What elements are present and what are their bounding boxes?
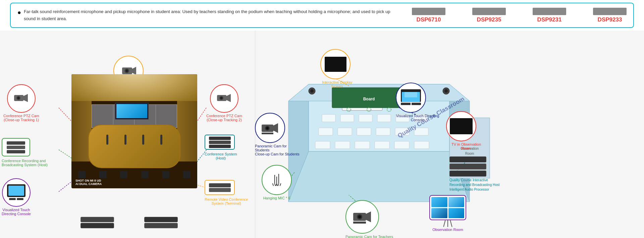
svg-marker-8: [132, 67, 136, 75]
label-visualized-touch-right: Visualized Touch Directing Console: [396, 114, 439, 122]
conference-room-photo: SHOT ON MI 8 UDAI DUAL CAMERA: [71, 74, 197, 188]
product-name-dsp6710: DSP6710: [417, 16, 441, 23]
device-conf-recording: Conference Recording andBroadcasting Sys…: [2, 138, 48, 167]
device-conf-system: Conference System(Host): [205, 135, 237, 160]
device-panoramic-teachers: Panoramic Cam for TeachersClose-up Cam f…: [345, 200, 393, 238]
circle-panoramic-students: [255, 113, 285, 143]
svg-marker-66: [273, 123, 278, 133]
svg-line-3: [59, 150, 71, 158]
device-interactive-display: Interactive Display Screen: [320, 49, 354, 88]
product-img-dsp9235: [472, 8, 506, 15]
label-panoramic-students: Panoramic Cam for StudentsClose-up Cam f…: [255, 144, 302, 156]
svg-line-1: [59, 108, 71, 121]
photo-mics: [98, 135, 170, 145]
product-img-dsp9233: [593, 8, 627, 15]
device-quality-course-interactive: Quality Course InteractiveRecording and …: [449, 156, 500, 192]
device-bottom-right-rack: [144, 217, 178, 228]
label-quality-course-interactive: Quality Course InteractiveRecording and …: [449, 178, 500, 192]
product-name-dsp9231: DSP9231: [537, 16, 562, 23]
label-visualized-touch-left: Visualized TouchDirecting Console: [2, 208, 31, 216]
svg-rect-74: [353, 222, 366, 224]
svg-line-2: [197, 108, 206, 121]
circle-hanging-mic: [262, 165, 292, 195]
device-observation-room: Observation Room: [429, 195, 466, 232]
bullet-point: ●: [17, 9, 21, 16]
svg-marker-12: [23, 94, 28, 102]
label-conf-ptz-closeup1: Conference PTZ Cam(Close-up Tracking 1): [3, 114, 39, 122]
photo-table: [88, 125, 180, 168]
circle-conf-ptz-closeup1: [7, 84, 36, 113]
main-diagram-area: Conference PTZ Cam(Panorama) Conference …: [0, 31, 644, 238]
device-conf-remote: Remote Video ConferenceSystem (Terminal): [205, 180, 248, 205]
product-img-dsp9231: [533, 8, 566, 15]
photo-screen: [115, 103, 149, 120]
label-observation-room: Observation Room: [429, 228, 466, 232]
svg-point-68: [266, 127, 269, 130]
box-observation-room: [429, 195, 466, 220]
svg-point-10: [125, 69, 128, 72]
photo-watermark: SHOT ON MI 8 UDAI DUAL CAMERA: [75, 179, 102, 186]
device-bottom-left-rack: [80, 217, 114, 228]
label-conf-remote: Remote Video ConferenceSystem (Terminal): [205, 197, 248, 205]
circle-conf-recording: [2, 138, 30, 156]
label-panoramic-teachers: Panoramic Cam for TeachersClose-up Cam f…: [345, 235, 393, 238]
device-hanging-mic: Hanging MIC * 6: [262, 165, 292, 200]
svg-marker-16: [226, 94, 231, 102]
product-list: DSP6710 DSP9235 DSP9231 DSP9233: [398, 8, 627, 23]
photo-chairs-bottom: [78, 171, 191, 178]
svg-rect-69: [262, 133, 273, 134]
device-visualized-touch-right: Visualized Touch Directing Console: [396, 83, 439, 122]
device-recorders: [449, 156, 500, 177]
svg-point-18: [220, 97, 223, 99]
left-conference-diagram: Conference PTZ Cam(Panorama) Conference …: [0, 31, 255, 238]
circle-tv-observation: [446, 111, 476, 141]
circle-panoramic-teachers: [345, 200, 379, 234]
product-name-dsp9233: DSP9233: [598, 16, 622, 23]
product-dsp9233: DSP9233: [593, 8, 627, 23]
svg-point-14: [17, 97, 20, 99]
product-dsp9235: DSP9235: [472, 8, 506, 23]
bullet-section: ● Far-talk sound reinforcement microphon…: [17, 8, 398, 22]
product-dsp6710: DSP6710: [412, 8, 445, 23]
label-tv-observation: TV in Observation Room: [446, 142, 486, 150]
device-conf-ptz-closeup1: Conference PTZ Cam(Close-up Tracking 1): [3, 84, 39, 122]
circle-interactive-display: [320, 49, 351, 79]
product-img-dsp6710: [412, 8, 445, 15]
device-visualized-touch-left: Visualized TouchDirecting Console: [2, 178, 31, 216]
circle-visualized-touch-left: [2, 178, 31, 207]
svg-marker-71: [366, 211, 371, 222]
bullet-text: Far-talk sound reinforcement microphone …: [24, 8, 398, 22]
circle-conf-ptz-closeup2: [210, 84, 238, 113]
circle-visualized-touch-right: [396, 83, 426, 113]
product-dsp9231: DSP9231: [533, 8, 566, 23]
circle-conf-system: [205, 135, 235, 150]
device-conf-ptz-closeup2: Conference PTZ Cam(Close-up Tracking 2): [206, 84, 242, 122]
label-conf-ptz-closeup2: Conference PTZ Cam(Close-up Tracking 2): [206, 114, 242, 122]
svg-line-6: [59, 182, 71, 192]
photo-ceiling: [71, 74, 197, 101]
label-interactive-display: Interactive Display Screen: [320, 80, 354, 88]
right-classroom-diagram: Board Observation Room Quality Course Cl…: [255, 31, 644, 238]
device-tv-observation: TV in Observation Room: [446, 111, 486, 150]
product-name-dsp9235: DSP9235: [477, 16, 501, 23]
circle-conf-remote: [205, 180, 235, 195]
svg-point-73: [358, 216, 361, 219]
label-conf-recording: Conference Recording andBroadcasting Sys…: [2, 159, 48, 167]
label-hanging-mic: Hanging MIC * 6: [262, 196, 292, 200]
device-panoramic-students: Panoramic Cam for StudentsClose-up Cam f…: [255, 113, 302, 156]
label-conf-system: Conference System(Host): [205, 152, 237, 160]
